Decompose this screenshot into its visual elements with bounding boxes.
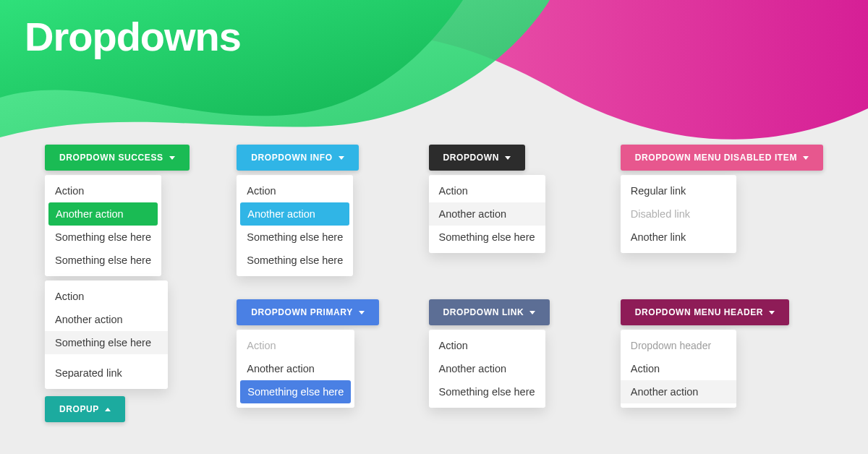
dropdown-success-button[interactable]: DROPDOWN SUCCESS [45, 145, 190, 171]
dropdown-info-label: DROPDOWN INFO [251, 153, 332, 163]
menu-item[interactable]: Another action [237, 357, 354, 380]
menu-item[interactable]: Something else here [45, 249, 161, 272]
caret-down-icon [505, 156, 511, 160]
menu-header: Dropdown header [621, 334, 736, 357]
menu-item[interactable]: Another action [45, 308, 168, 331]
dropdown-success-menu: Action Another action Something else her… [45, 175, 161, 276]
dropdown-link-button[interactable]: DROPDOWN LINK [429, 299, 550, 325]
dropdown-disabled-button[interactable]: DROPDOWN MENU DISABLED ITEM [621, 145, 823, 171]
menu-item[interactable]: Something else here [429, 226, 545, 249]
menu-item[interactable]: Another action [429, 357, 545, 380]
page-title: Dropdowns [25, 13, 241, 60]
dropup-menu: Action Another action Something else her… [45, 280, 168, 389]
menu-item[interactable]: Something else here [429, 380, 545, 403]
dropdown-header-button[interactable]: DROPDOWN MENU HEADER [621, 299, 789, 325]
menu-item[interactable]: Action [429, 179, 545, 202]
menu-item[interactable]: Action [429, 334, 545, 357]
menu-item[interactable]: Regular link [621, 179, 736, 202]
dropdown-link-menu: Action Another action Something else her… [429, 330, 545, 408]
dropup-label: DROPUP [59, 404, 99, 414]
dropdown-info-button[interactable]: DROPDOWN INFO [237, 145, 358, 171]
menu-item[interactable]: Action [621, 357, 736, 380]
dropdown-disabled-label: DROPDOWN MENU DISABLED ITEM [635, 153, 797, 163]
menu-item[interactable]: Action [237, 179, 353, 202]
caret-up-icon [105, 408, 111, 411]
caret-down-icon [169, 156, 175, 160]
menu-item[interactable]: Something else here [45, 226, 161, 249]
dropdown-info-menu: Action Another action Something else her… [237, 175, 353, 276]
menu-item-active[interactable]: Something else here [240, 380, 351, 403]
menu-item[interactable]: Another link [621, 226, 736, 249]
menu-item-hover[interactable]: Another action [621, 380, 736, 403]
menu-item[interactable]: Action [45, 285, 168, 308]
dropdown-primary-menu: Action Another action Something else her… [237, 330, 354, 408]
dropdown-dark-label: DROPDOWN [443, 153, 499, 163]
dropdown-primary-label: DROPDOWN PRIMARY [251, 307, 353, 317]
dropup-button[interactable]: DROPUP [45, 396, 125, 422]
caret-down-icon [529, 311, 535, 314]
dropdown-header-menu: Dropdown header Action Another action [621, 330, 736, 408]
menu-item-hover[interactable]: Something else here [45, 331, 168, 354]
dropdown-link-label: DROPDOWN LINK [443, 307, 524, 317]
dropdown-dark-menu: Action Another action Something else her… [429, 175, 545, 253]
caret-down-icon [339, 156, 344, 160]
dropdown-header-label: DROPDOWN MENU HEADER [635, 307, 763, 317]
dropdown-dark-button[interactable]: DROPDOWN [429, 145, 525, 171]
dropdown-success-label: DROPDOWN SUCCESS [59, 153, 163, 163]
menu-item[interactable]: Action [45, 179, 161, 202]
menu-item-active[interactable]: Another action [240, 202, 349, 226]
menu-item-disabled: Disabled link [621, 202, 736, 226]
menu-item-active[interactable]: Another action [48, 202, 158, 226]
caret-down-icon [359, 311, 365, 314]
menu-item-hover[interactable]: Another action [429, 202, 545, 226]
caret-down-icon [769, 311, 775, 314]
dropdown-disabled-menu: Regular link Disabled link Another link [621, 175, 736, 253]
caret-down-icon [803, 156, 809, 160]
menu-item[interactable]: Separated link [45, 361, 168, 385]
dropdown-primary-button[interactable]: DROPDOWN PRIMARY [237, 299, 379, 325]
menu-item[interactable]: Something else here [237, 249, 353, 272]
menu-item[interactable]: Something else here [237, 226, 353, 249]
menu-item-disabled: Action [237, 334, 354, 357]
